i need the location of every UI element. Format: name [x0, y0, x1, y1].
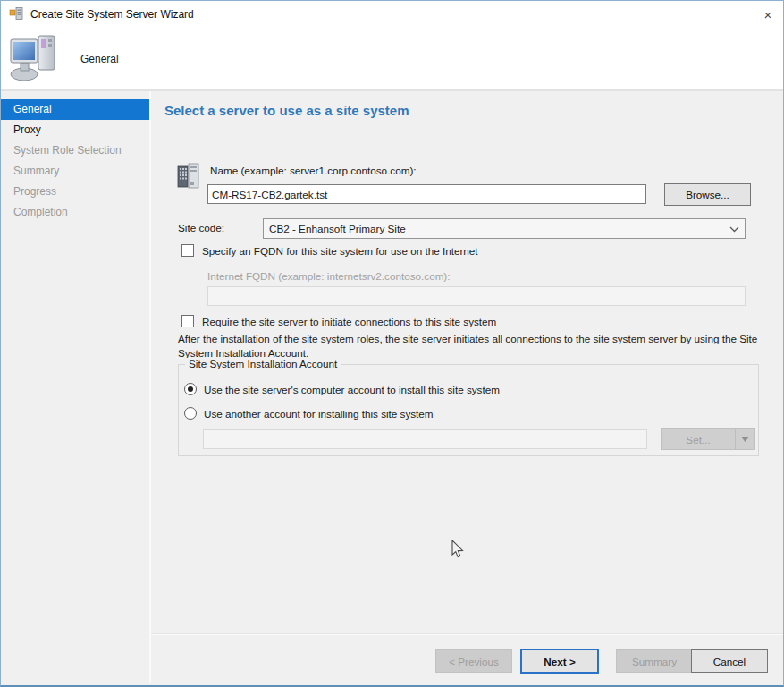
next-button[interactable]: Next > — [520, 649, 599, 674]
computer-account-radio-label: Use the site server's computer account t… — [204, 384, 500, 395]
wizard-window: Create Site System Server Wizard × — [0, 0, 784, 687]
header-page-label: General — [80, 53, 119, 65]
fqdn-checkbox[interactable] — [181, 244, 194, 257]
footer-divider — [151, 633, 783, 635]
computer-account-radio[interactable] — [184, 383, 197, 395]
app-icon — [9, 6, 23, 23]
site-code-select[interactable]: CB2 - Enhansoft Primary Site — [263, 218, 746, 239]
mouse-cursor — [451, 540, 466, 563]
sidebar-item-completion: Completion — [1, 202, 149, 223]
previous-button: < Previous — [435, 649, 512, 673]
sidebar-item-proxy[interactable]: Proxy — [1, 120, 149, 140]
require-connections-checkbox[interactable] — [181, 315, 194, 327]
server-name-input[interactable] — [207, 184, 646, 204]
wizard-body: General Proxy System Role Selection Summ… — [1, 91, 783, 683]
wizard-header: General — [1, 28, 783, 91]
dropdown-arrow-icon — [735, 429, 754, 449]
cancel-button[interactable]: Cancel — [691, 649, 768, 673]
internet-fqdn-label: Internet FQDN (example: internetsrv2.con… — [207, 270, 451, 282]
internet-fqdn-input — [207, 286, 746, 306]
installation-account-group-title: Site System Installation Account — [185, 358, 341, 369]
set-account-button-label: Set... — [662, 429, 735, 449]
site-code-label: Site code: — [178, 222, 224, 233]
wizard-content: Select a server to use as a site system — [151, 91, 783, 683]
other-account-input — [203, 429, 647, 449]
fqdn-checkbox-label: Specify an FQDN for this site system for… — [202, 245, 478, 257]
site-code-value: CB2 - Enhansoft Primary Site — [269, 223, 729, 234]
sidebar-item-progress: Progress — [1, 182, 149, 202]
sidebar-item-summary: Summary — [1, 161, 149, 182]
title-bar: Create Site System Server Wizard × — [1, 1, 783, 28]
sidebar-item-general[interactable]: General — [1, 99, 149, 120]
browse-button[interactable]: Browse... — [664, 183, 751, 206]
set-account-button: Set... — [661, 428, 755, 450]
chevron-down-icon — [729, 223, 739, 234]
name-label: Name (example: server1.corp.contoso.com)… — [210, 165, 417, 176]
page-title: Select a server to use as a site system — [164, 103, 409, 118]
other-account-radio-label: Use another account for installing this … — [204, 408, 434, 420]
summary-button: Summary — [616, 649, 693, 673]
sidebar-item-system-role-selection: System Role Selection — [1, 140, 149, 161]
server-icon — [176, 161, 201, 192]
wizard-sidebar: General Proxy System Role Selection Summ… — [1, 91, 151, 683]
installation-note: After the installation of the site syste… — [178, 332, 768, 360]
computer-icon — [9, 32, 61, 85]
other-account-radio[interactable] — [184, 407, 197, 420]
close-icon[interactable]: × — [753, 1, 783, 28]
window-title: Create Site System Server Wizard — [30, 8, 194, 21]
require-connections-label: Require the site server to initiate conn… — [202, 316, 496, 327]
